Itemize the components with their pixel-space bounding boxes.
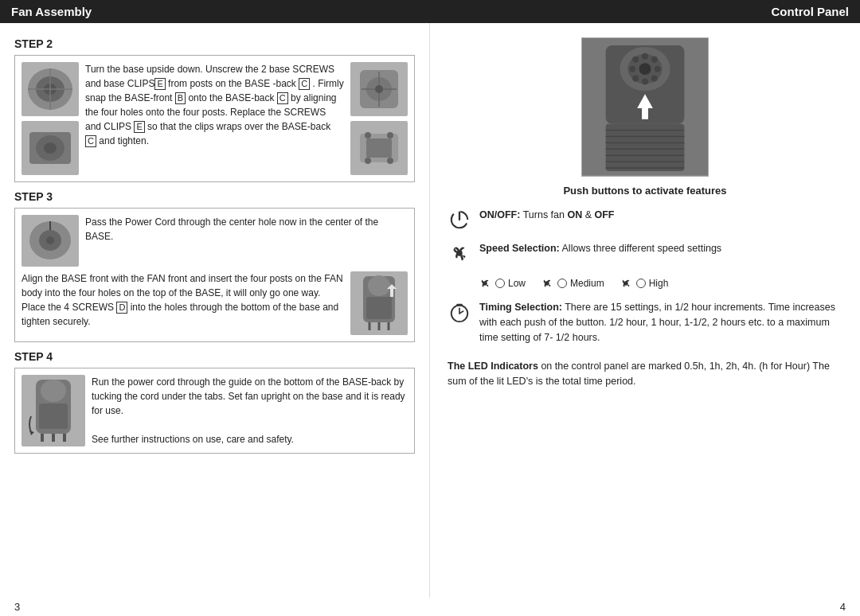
onoff-text: ON/OFF: Turns fan ON & OFF bbox=[479, 208, 842, 223]
fan-assembly-header: Fan Assembly bbox=[0, 0, 430, 23]
svg-rect-14 bbox=[366, 138, 392, 158]
step2-text: Turn the base upside down. Unscrew the 2… bbox=[85, 62, 344, 175]
speed-label: Speed Selection: bbox=[479, 243, 560, 254]
speed-options-row: Low Medium bbox=[478, 276, 668, 290]
svg-rect-25 bbox=[366, 297, 392, 319]
speed-icon bbox=[448, 241, 471, 265]
step4-box: Run the power cord through the guide on … bbox=[14, 368, 415, 454]
fan-image bbox=[581, 37, 709, 177]
timing-label: Timing Selection: bbox=[479, 302, 562, 313]
onoff-item: ON/OFF: Turns fan ON & OFF bbox=[448, 208, 842, 232]
page-numbers: 3 4 bbox=[0, 598, 860, 616]
step3-img1 bbox=[22, 215, 79, 267]
speed-medium-fan-icon bbox=[540, 276, 554, 290]
step4-img1 bbox=[22, 375, 85, 446]
speed-high-fan-icon bbox=[619, 276, 633, 290]
speed-icon-svg bbox=[448, 242, 471, 264]
svg-point-41 bbox=[632, 57, 639, 63]
power-icon bbox=[448, 208, 471, 232]
main-content: STEP 2 bbox=[0, 23, 860, 598]
svg-point-12 bbox=[375, 85, 383, 93]
speed-high-label: High bbox=[649, 278, 669, 289]
svg-point-42 bbox=[642, 53, 648, 60]
speed-low-label: Low bbox=[508, 278, 526, 289]
step3-img2 bbox=[350, 271, 408, 335]
speed-medium-radio[interactable] bbox=[557, 279, 567, 288]
svg-point-15 bbox=[365, 132, 371, 138]
svg-rect-32 bbox=[39, 404, 68, 429]
step3-box: Pass the Power Cord through the center h… bbox=[14, 208, 415, 342]
svg-rect-50 bbox=[606, 124, 685, 171]
right-panel: Push buttons to activate features ON/OFF… bbox=[430, 23, 860, 598]
svg-point-17 bbox=[365, 158, 371, 164]
left-panel: STEP 2 bbox=[0, 23, 430, 598]
svg-point-16 bbox=[387, 132, 393, 138]
step3-top: Pass the Power Cord through the center h… bbox=[22, 215, 408, 267]
timing-text: Timing Selection: There are 15 settings,… bbox=[479, 300, 842, 345]
speed-medium: Medium bbox=[540, 276, 604, 290]
svg-point-21 bbox=[46, 236, 54, 244]
step4-text: Run the power cord through the guide on … bbox=[92, 375, 408, 446]
step3-bottom: Align the BASE front with the FAN front … bbox=[22, 271, 408, 335]
step3-text1: Pass the Power Cord through the center h… bbox=[85, 215, 408, 267]
timer-icon bbox=[448, 300, 471, 324]
step2-label: STEP 2 bbox=[14, 37, 415, 50]
svg-point-44 bbox=[655, 66, 661, 72]
control-panel-header: Control Panel bbox=[430, 0, 860, 23]
step2-right-images bbox=[350, 62, 408, 175]
led-text: The LED Indicators on the control panel … bbox=[448, 359, 842, 389]
header: Fan Assembly Control Panel bbox=[0, 0, 860, 23]
speed-low: Low bbox=[478, 276, 526, 290]
step2-box: Turn the base upside down. Unscrew the 2… bbox=[14, 55, 415, 182]
svg-point-45 bbox=[651, 75, 658, 81]
push-buttons-label: Push buttons to activate features bbox=[448, 185, 842, 197]
page-number-left: 3 bbox=[14, 601, 20, 613]
svg-point-43 bbox=[651, 57, 658, 63]
step2-img3 bbox=[350, 62, 408, 116]
speed-high: High bbox=[619, 276, 669, 290]
speed-item: Speed Selection: Allows three different … bbox=[448, 241, 842, 290]
step2-img4 bbox=[350, 121, 408, 175]
step3-label: STEP 3 bbox=[14, 190, 415, 203]
svg-point-31 bbox=[41, 380, 66, 402]
onoff-label: ON/OFF: bbox=[479, 209, 520, 220]
speed-low-radio[interactable] bbox=[495, 279, 505, 288]
timing-item: Timing Selection: There are 15 settings,… bbox=[448, 300, 842, 345]
speed-high-radio[interactable] bbox=[636, 279, 646, 288]
svg-point-7 bbox=[44, 142, 57, 154]
led-label: The LED Indicators bbox=[448, 361, 538, 372]
svg-point-18 bbox=[387, 158, 393, 164]
svg-rect-59 bbox=[642, 108, 648, 119]
step4-label: STEP 4 bbox=[14, 350, 415, 363]
power-icon-svg bbox=[449, 209, 470, 230]
speed-medium-label: Medium bbox=[570, 278, 604, 289]
svg-point-46 bbox=[642, 78, 648, 84]
svg-marker-36 bbox=[29, 431, 34, 435]
timer-icon-svg bbox=[448, 301, 471, 323]
step3-text2: Align the BASE front with the FAN front … bbox=[22, 271, 344, 335]
speed-text: Speed Selection: Allows three different … bbox=[479, 241, 721, 256]
step2-left-images bbox=[22, 62, 79, 175]
step2-img2 bbox=[22, 121, 79, 175]
fan-image-container bbox=[448, 37, 842, 177]
svg-rect-67 bbox=[456, 304, 462, 306]
svg-point-48 bbox=[629, 66, 635, 72]
svg-point-47 bbox=[632, 75, 639, 81]
speed-low-fan-icon bbox=[478, 276, 492, 290]
step2-img1 bbox=[22, 62, 79, 116]
svg-point-24 bbox=[368, 275, 390, 296]
page-number-right: 4 bbox=[840, 601, 846, 613]
svg-point-49 bbox=[639, 63, 651, 76]
